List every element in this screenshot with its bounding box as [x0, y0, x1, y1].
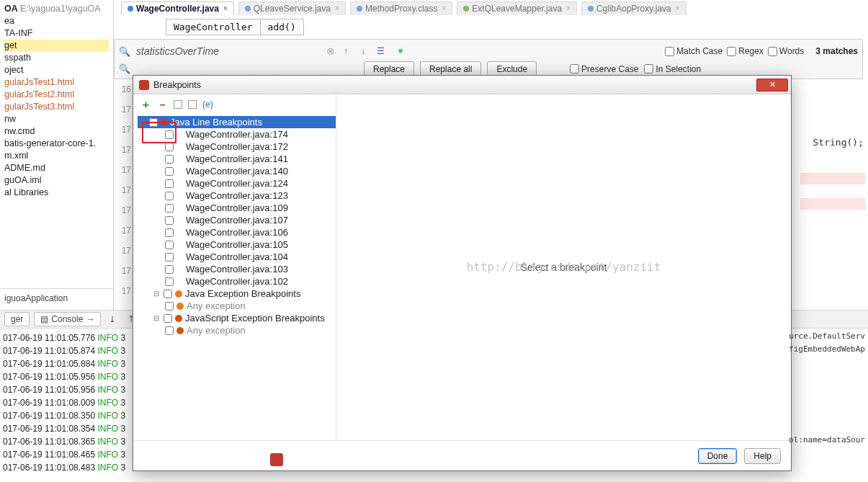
project-item[interactable]: gularJsTest1.html — [4, 76, 109, 89]
tree-item-any-exception[interactable]: Any exception — [138, 324, 336, 336]
tree-item-breakpoint[interactable]: WageController.java:107 — [138, 214, 336, 226]
line-number: 17 — [114, 140, 134, 160]
remove-icon[interactable]: － — [157, 98, 168, 112]
project-item[interactable]: get — [4, 40, 109, 52]
breakpoints-dialog: Breakpoints ✕ ＋ － (e) ⊟ Java Line Breakp… — [133, 75, 792, 471]
breakpoint-tree-panel: ＋ － (e) ⊟ Java Line Breakpoints WageCont… — [133, 94, 336, 440]
tree-item-breakpoint[interactable]: WageController.java:105 — [138, 238, 336, 251]
run-config-label: iguoaApplication — [0, 288, 114, 310]
tree-item-any-exception[interactable]: Any exception — [138, 300, 336, 312]
log-tail: ol:name=dataSour — [789, 435, 865, 445]
step-icon[interactable]: ⤓ — [105, 312, 120, 326]
close-icon[interactable]: × — [223, 4, 228, 12]
exception-icon — [176, 303, 184, 310]
project-path: E:\yaguoa1\yaguOA — [20, 4, 101, 14]
close-icon[interactable]: × — [442, 4, 446, 12]
close-icon[interactable]: × — [566, 4, 571, 12]
add-icon[interactable]: ＋ — [140, 98, 151, 112]
file-icon — [357, 6, 362, 12]
line-number: 17 — [114, 180, 134, 200]
find-input[interactable] — [135, 45, 322, 58]
clear-icon[interactable]: ⊗ — [326, 45, 335, 57]
help-button[interactable]: Help — [744, 448, 781, 464]
tree-item-breakpoint[interactable]: WageController.java:104 — [138, 251, 336, 263]
tree-root-js-exception[interactable]: ⊟ JavaScript Exception Breakpoints — [138, 312, 336, 324]
group-icon[interactable] — [188, 100, 197, 109]
line-number: 17 — [114, 261, 134, 281]
replace-input[interactable] — [136, 63, 323, 75]
tab-qleaveservice[interactable]: QLeaveService.java× — [238, 1, 346, 15]
tree-item-breakpoint[interactable]: WageController.java:124 — [138, 177, 336, 189]
file-icon — [588, 6, 594, 12]
tab-wagecontroller[interactable]: WageController.java× — [121, 1, 234, 15]
filter-icon[interactable]: ☰ — [374, 45, 387, 58]
project-item[interactable]: nw.cmd — [4, 125, 109, 138]
line-number: 17 — [114, 281, 134, 301]
project-tree[interactable]: OA E:\yaguoa1\yaguOA eaTA-INFgetsspathoj… — [0, 0, 114, 288]
regex-checkbox[interactable]: Regex — [727, 46, 764, 56]
preserve-case-checkbox[interactable]: Preserve Case — [570, 64, 638, 74]
project-item[interactable]: batis-generator-core-1. — [4, 138, 109, 150]
breakpoint-icon — [161, 119, 167, 125]
tree-item-breakpoint[interactable]: WageController.java:141 — [138, 153, 336, 165]
editor-tabs: WageController.java× QLeaveService.java×… — [115, 0, 686, 16]
close-icon[interactable]: × — [676, 4, 680, 12]
in-selection-checkbox[interactable]: In Selection — [644, 64, 701, 74]
tree-item-breakpoint[interactable]: WageController.java:174 — [138, 128, 336, 140]
tab-methodproxy[interactable]: MethodProxy.class× — [350, 1, 452, 15]
project-item[interactable]: TA-INF — [4, 27, 109, 40]
project-item[interactable]: gularJsTest2.html — [4, 89, 109, 101]
project-item[interactable]: sspath — [4, 52, 109, 64]
log-tail: figEmbeddedWebAp — [789, 344, 865, 354]
file-icon — [127, 6, 133, 12]
match-case-checkbox[interactable]: Match Case — [665, 46, 722, 56]
tab-extqleavemapper[interactable]: ExtQLeaveMapper.java× — [457, 1, 577, 15]
code-text: String(); — [813, 137, 864, 148]
breadcrumb-method[interactable]: add() — [260, 19, 304, 35]
tree-item-breakpoint[interactable]: WageController.java:123 — [138, 189, 336, 202]
project-item[interactable]: ADME.md — [4, 162, 109, 174]
exception-icon — [175, 290, 182, 298]
arrow-up-icon[interactable]: ↑ — [339, 45, 352, 58]
search-icon: 🔍 — [119, 46, 130, 57]
debugger-tab[interactable]: ger — [4, 312, 30, 326]
close-button[interactable]: ✕ — [756, 79, 788, 92]
breakpoint-tree[interactable]: ⊟ Java Line Breakpoints WageController.j… — [133, 115, 336, 440]
breadcrumb-class[interactable]: WageController — [166, 19, 260, 35]
tree-root-java-line[interactable]: ⊟ Java Line Breakpoints — [138, 116, 336, 128]
project-item[interactable]: gularJsTest3.html — [4, 101, 109, 113]
tree-item-breakpoint[interactable]: WageController.java:172 — [138, 140, 336, 153]
project-root[interactable]: OA E:\yaguoa1\yaguOA — [4, 3, 109, 15]
tab-label: MethodProxy.class — [365, 4, 437, 14]
tree-item-breakpoint[interactable]: WageController.java:102 — [138, 275, 336, 287]
exclude-icon[interactable]: (e) — [202, 99, 213, 110]
project-item[interactable]: ea — [4, 15, 109, 27]
group-icon[interactable] — [174, 100, 182, 109]
line-number: 17 — [114, 200, 134, 220]
words-checkbox[interactable]: Words — [768, 46, 804, 56]
tab-label: WageController.java — [136, 4, 219, 14]
project-item[interactable]: m.xml — [4, 150, 109, 162]
project-item[interactable]: al Libraries — [4, 187, 109, 199]
file-icon — [245, 6, 251, 12]
dialog-toolbar: ＋ － (e) — [133, 94, 336, 115]
close-icon[interactable]: × — [335, 4, 339, 12]
tab-cglibaopproxy[interactable]: CglibAopProxy.java× — [581, 1, 686, 15]
project-item[interactable]: oject — [4, 64, 109, 76]
project-item[interactable]: nw — [4, 113, 109, 125]
dialog-titlebar[interactable]: Breakpoints ✕ — [133, 76, 791, 94]
tab-label: QLeaveService.java — [254, 4, 331, 14]
console-tab[interactable]: ▤ Console → — [34, 312, 101, 326]
breakpoint-footer-icon[interactable] — [270, 453, 283, 466]
tree-item-breakpoint[interactable]: WageController.java:109 — [138, 202, 336, 214]
project-item[interactable]: guOA.iml — [4, 174, 109, 187]
arrow-down-icon[interactable]: ↓ — [357, 45, 370, 58]
line-number: 16 — [114, 79, 134, 99]
tree-root-java-exception[interactable]: ⊟ Java Exception Breakpoints — [138, 287, 336, 300]
tree-item-breakpoint[interactable]: WageController.java:140 — [138, 165, 336, 177]
tree-item-breakpoint[interactable]: WageController.java:106 — [138, 226, 336, 238]
done-button[interactable]: Done — [698, 448, 738, 464]
tree-item-breakpoint[interactable]: WageController.java:103 — [138, 263, 336, 275]
gear-icon[interactable]: ✷ — [394, 45, 407, 58]
exception-icon — [176, 327, 184, 334]
